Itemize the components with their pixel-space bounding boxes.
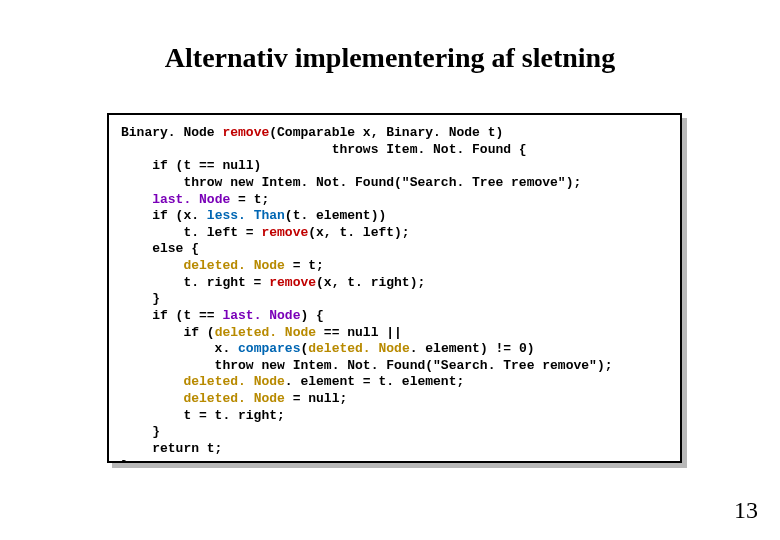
code-kw-remove-2: remove	[261, 225, 308, 240]
code-line-6-a: if (x.	[121, 208, 207, 223]
code-box: Binary. Node remove(Comparable x, Binary…	[107, 113, 682, 463]
code-line-16-c: . element = t. element;	[285, 374, 464, 389]
code-line-9-c: = t;	[285, 258, 324, 273]
code-line-13-c: == null ||	[316, 325, 402, 340]
code-line-16-a	[121, 374, 183, 389]
code-line-17-c: = null;	[285, 391, 347, 406]
code-kw-lastnode-1: last. Node	[152, 192, 230, 207]
code-line-2: throws Item. Not. Found {	[121, 142, 527, 157]
code-line-1-c: (Comparable x, Binary. Node t)	[269, 125, 503, 140]
code-line-8: else {	[121, 241, 199, 256]
code-line-3: if (t == null)	[121, 158, 261, 173]
code-line-5-c: = t;	[230, 192, 269, 207]
code-line-10-c: (x, t. right);	[316, 275, 425, 290]
code-line-9-a	[121, 258, 183, 273]
code-kw-deletednode-3: deleted. Node	[308, 341, 409, 356]
code-kw-remove-1: remove	[222, 125, 269, 140]
code-line-17-a	[121, 391, 183, 406]
code-kw-lessthan: less. Than	[207, 208, 285, 223]
code-line-5-a	[121, 192, 152, 207]
code-line-19: }	[121, 424, 160, 439]
code-line-14-a: x.	[121, 341, 238, 356]
slide: Alternativ implementering af sletning Bi…	[0, 0, 780, 540]
code-kw-deletednode-4: deleted. Node	[183, 374, 284, 389]
code-kw-deletednode-2: deleted. Node	[215, 325, 316, 340]
code-line-15: throw new Intem. Not. Found("Search. Tre…	[121, 358, 612, 373]
code-line-7-c: (x, t. left);	[308, 225, 409, 240]
code-line-18: t = t. right;	[121, 408, 285, 423]
slide-title: Alternativ implementering af sletning	[0, 42, 780, 74]
code-line-7-a: t. left =	[121, 225, 261, 240]
code-line-11: }	[121, 291, 160, 306]
code-line-14-e: . element) != 0)	[410, 341, 535, 356]
page-number: 13	[734, 497, 758, 524]
code-line-4: throw new Intem. Not. Found("Search. Tre…	[121, 175, 581, 190]
code-line-20: return t;	[121, 441, 222, 456]
code-kw-remove-3: remove	[269, 275, 316, 290]
code-line-12-c: ) {	[300, 308, 323, 323]
code-kw-compares: compares	[238, 341, 300, 356]
code-line-10-a: t. right =	[121, 275, 269, 290]
code-line-1-a: Binary. Node	[121, 125, 222, 140]
code-line-13-a: if (	[121, 325, 215, 340]
code-line-21: }	[121, 458, 129, 464]
code-kw-deletednode-1: deleted. Node	[183, 258, 284, 273]
code-line-6-c: (t. element))	[285, 208, 386, 223]
code-kw-lastnode-2: last. Node	[222, 308, 300, 323]
code-kw-deletednode-5: deleted. Node	[183, 391, 284, 406]
code-line-12-a: if (t ==	[121, 308, 222, 323]
